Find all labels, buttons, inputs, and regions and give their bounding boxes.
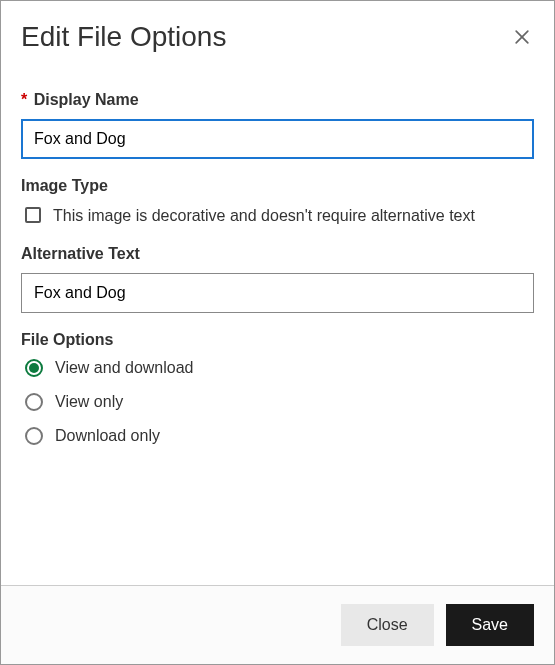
display-name-label: * Display Name xyxy=(21,91,534,109)
display-name-input[interactable] xyxy=(21,119,534,159)
dialog-title: Edit File Options xyxy=(21,21,226,53)
required-asterisk: * xyxy=(21,91,27,108)
edit-file-options-dialog: Edit File Options * Display Name Image T… xyxy=(0,0,555,665)
alt-text-input[interactable] xyxy=(21,273,534,313)
save-button[interactable]: Save xyxy=(446,604,534,646)
radio-dot-icon xyxy=(29,363,39,373)
close-icon[interactable] xyxy=(510,25,534,49)
alt-text-label: Alternative Text xyxy=(21,245,534,263)
radio-label: Download only xyxy=(55,427,160,445)
decorative-checkbox-label: This image is decorative and doesn't req… xyxy=(53,205,475,227)
file-options-radio-group: View and download View only Download onl… xyxy=(25,359,534,445)
radio-label: View only xyxy=(55,393,123,411)
decorative-checkbox[interactable] xyxy=(25,207,41,223)
dialog-body: * Display Name Image Type This image is … xyxy=(1,63,554,585)
radio-label: View and download xyxy=(55,359,193,377)
image-type-label: Image Type xyxy=(21,177,534,195)
radio-circle-icon xyxy=(25,359,43,377)
radio-view-and-download[interactable]: View and download xyxy=(25,359,534,377)
file-options-label: File Options xyxy=(21,331,534,349)
radio-circle-icon xyxy=(25,427,43,445)
file-options-field-group: File Options View and download View only… xyxy=(21,331,534,445)
dialog-footer: Close Save xyxy=(1,585,554,664)
alt-text-field-group: Alternative Text xyxy=(21,245,534,313)
image-type-field-group: Image Type This image is decorative and … xyxy=(21,177,534,227)
display-name-label-text: Display Name xyxy=(34,91,139,108)
dialog-header: Edit File Options xyxy=(1,1,554,63)
decorative-checkbox-row[interactable]: This image is decorative and doesn't req… xyxy=(25,205,534,227)
radio-download-only[interactable]: Download only xyxy=(25,427,534,445)
radio-view-only[interactable]: View only xyxy=(25,393,534,411)
display-name-field-group: * Display Name xyxy=(21,91,534,159)
radio-circle-icon xyxy=(25,393,43,411)
close-button[interactable]: Close xyxy=(341,604,434,646)
